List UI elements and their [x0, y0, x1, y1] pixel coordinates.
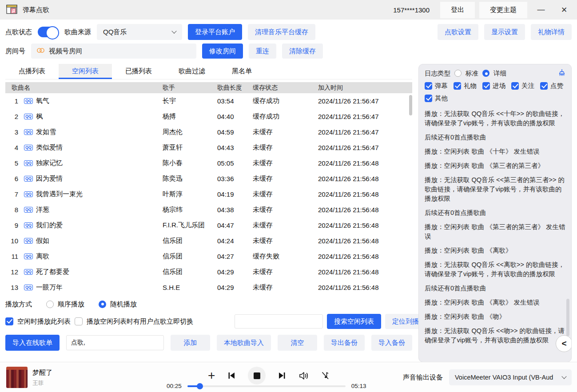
output-device-select[interactable]: VoiceMeeter VAIO3 Input (VB-Aud: [449, 369, 572, 385]
sequential-radio[interactable]: [46, 301, 54, 308]
tab[interactable]: 歌曲过滤: [165, 64, 219, 79]
table-header: 歌曲名 歌手 歌曲长度 缓存状态 加入时间: [5, 82, 412, 93]
log-filter-checkbox[interactable]: [540, 82, 548, 90]
search-idle-input[interactable]: [235, 314, 323, 329]
song-artist: 信乐团: [157, 252, 212, 261]
clear-log-icon[interactable]: [558, 69, 565, 78]
clear-room-cache-button[interactable]: 清除缓存: [282, 44, 323, 59]
cache-status: 未缓存: [247, 159, 313, 167]
progress-track[interactable]: [187, 385, 346, 387]
log-filter-checkbox[interactable]: [454, 82, 461, 90]
tab[interactable]: 已播列表: [112, 64, 165, 79]
volume-icon[interactable]: [298, 372, 309, 380]
song-name: 因为爱情: [36, 174, 63, 183]
table-row[interactable]: 4 QQ 类似爱情 萧亚轩 04:43 未缓存 2024/11/26 21:56…: [5, 140, 412, 155]
list-action-button[interactable]: 本地歌曲导入: [217, 335, 271, 351]
table-row[interactable]: 12 QQ 死了都要爱 信乐团 04:29 未缓存 2024/11/26 21:…: [5, 264, 412, 280]
added-time: 2024/11/26 21:56:48: [313, 190, 412, 198]
list-action-button[interactable]: 导入备份: [371, 335, 412, 351]
song-duration: 04:40: [212, 113, 247, 120]
table-row[interactable]: 13 QQ 一眼万年 S.H.E 04:29 未缓存 2024/11/26 21…: [5, 280, 412, 295]
random-radio[interactable]: [99, 301, 106, 308]
mute-music-icon[interactable]: [321, 371, 330, 380]
command-prefix-input[interactable]: [66, 335, 164, 350]
song-name: 我们的爱: [36, 221, 63, 230]
logout-button[interactable]: 登出: [440, 2, 475, 18]
qq-music-badge: QQ: [24, 191, 33, 197]
log-detailed-radio[interactable]: [482, 70, 489, 77]
login-platform-button[interactable]: 登录平台账户: [188, 24, 242, 40]
previous-track-icon[interactable]: [227, 372, 236, 380]
table-row[interactable]: 9 QQ 我们的爱 F.I.R.飞儿乐团 04:47 未缓存 2024/11/2…: [5, 218, 412, 233]
tab[interactable]: 空闲列表: [59, 64, 112, 79]
progress-knob[interactable]: [197, 383, 203, 389]
song-name: 一眼万年: [36, 283, 63, 292]
table-row[interactable]: 1 QQ 氧气 长宇 03:54 缓存成功 2024/11/26 21:56:4…: [5, 93, 412, 109]
log-scrollbar[interactable]: [566, 299, 569, 336]
song-request-toggle[interactable]: [38, 27, 59, 37]
cache-status: 未缓存: [247, 206, 313, 214]
row-index: 6: [5, 175, 24, 182]
cache-status: 缓存成功: [247, 97, 313, 105]
mode-label: 播放方式: [5, 300, 32, 309]
log-filter: 点赞: [540, 82, 563, 90]
table-row[interactable]: 10 QQ 假如 信乐团 04:24 未缓存 2024/11/26 21:56:…: [5, 233, 412, 249]
qq-music-badge: QQ: [24, 129, 33, 135]
log-filter-checkbox[interactable]: [511, 82, 519, 90]
idle-play-label: 空闲时播放此列表: [17, 317, 71, 326]
modify-room-button[interactable]: 修改房间: [202, 44, 243, 59]
song-artist: 陈小春: [157, 159, 212, 167]
added-time: 2024/11/26 21:56:47: [313, 113, 412, 120]
log-filter-label: 点赞: [550, 82, 563, 90]
song-name: 枫: [36, 112, 43, 121]
minimize-icon[interactable]: —: [532, 3, 550, 17]
table-row[interactable]: 11 QQ 离歌 信乐团 04:27 缓存失败 2024/11/26 21:56…: [5, 249, 412, 264]
tab[interactable]: 点播列表: [5, 64, 59, 79]
switch-on-request-checkbox[interactable]: [75, 317, 83, 325]
song-artist: 萧亚轩: [157, 143, 212, 152]
log-filters: 弹幕 礼物 进场 关注: [425, 82, 565, 103]
stop-icon[interactable]: [248, 367, 266, 384]
table-body: 1 QQ 氧气 长宇 03:54 缓存成功 2024/11/26 21:56:4…: [5, 93, 412, 295]
add-song-icon[interactable]: +: [208, 369, 215, 382]
cache-status: 未缓存: [247, 283, 313, 292]
table-row[interactable]: 2 QQ 枫 杨搏 04:40 缓存成功 2024/11/26 21:56:47: [5, 109, 412, 124]
import-online-playlist-button[interactable]: 导入在线歌单: [5, 335, 60, 351]
settings-button[interactable]: 显示设置: [484, 24, 525, 40]
song-duration: 03:54: [212, 97, 247, 105]
log-filter-checkbox[interactable]: [425, 95, 432, 102]
list-action-button[interactable]: 导出备份: [324, 335, 365, 351]
tab[interactable]: 黑名单: [219, 64, 265, 79]
log-filter-checkbox[interactable]: [482, 82, 490, 90]
settings-button[interactable]: 礼物详情: [531, 24, 572, 40]
search-idle-button[interactable]: 搜索空闲列表: [327, 314, 381, 329]
row-index: 4: [5, 144, 24, 151]
room-input[interactable]: 视频号房间: [31, 44, 196, 59]
log-entry: 播放：空闲列表 歌曲 《离歌》 发生错误: [425, 298, 565, 307]
reconnect-button[interactable]: 重连: [249, 44, 276, 59]
list-action-button[interactable]: 添加: [171, 335, 210, 351]
song-artist: 信乐团: [157, 268, 212, 276]
table-row[interactable]: 8 QQ 洋葱 杨宗纬 04:38 未缓存 2024/11/26 21:56:4…: [5, 202, 412, 218]
next-track-icon[interactable]: [278, 372, 287, 380]
collapse-panel-button[interactable]: <: [556, 335, 572, 352]
table-scrollbar[interactable]: [409, 95, 412, 115]
song-artist: 信乐团: [157, 237, 212, 245]
col-status: 缓存状态: [247, 84, 313, 92]
table-row[interactable]: 5 QQ 独家记忆 陈小春 05:05 未缓存 2024/11/26 21:56…: [5, 155, 412, 171]
list-action-button[interactable]: 清空: [278, 335, 317, 351]
change-theme-button[interactable]: 变更主题: [479, 2, 527, 18]
log-standard-radio[interactable]: [454, 70, 462, 77]
close-icon[interactable]: ✕: [555, 3, 573, 17]
table-row[interactable]: 6 QQ 因为爱情 陈奕迅 03:36 未缓存 2024/11/26 21:56…: [5, 171, 412, 186]
row-index: 10: [5, 237, 24, 245]
added-time: 2024/11/26 21:56:48: [313, 175, 412, 182]
idle-play-checkbox[interactable]: [5, 317, 13, 325]
table-row[interactable]: 7 QQ 我曾遇到一束光 叶斯淳 04:19 未缓存 2024/11/26 21…: [5, 186, 412, 202]
song-name: 假如: [36, 237, 49, 245]
music-source-select[interactable]: QQ音乐: [97, 24, 182, 40]
table-row[interactable]: 3 QQ 发如雪 周杰伦 04:59 未缓存 2024/11/26 21:56:…: [5, 124, 412, 140]
clean-music-cache-button[interactable]: 清理音乐平台缓存: [248, 24, 315, 40]
log-filter-checkbox[interactable]: [425, 82, 432, 90]
settings-button[interactable]: 点歌设置: [438, 24, 478, 40]
